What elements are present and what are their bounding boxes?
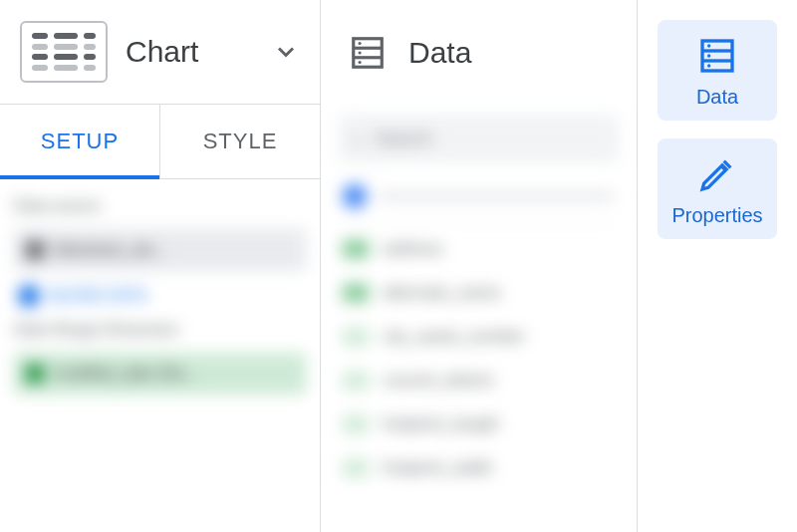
datasource-dot-icon xyxy=(343,184,367,208)
pencil-icon xyxy=(697,154,737,194)
field-name: alternate_name xyxy=(383,283,500,303)
datasource-name: bikeshare_sta... xyxy=(54,241,166,259)
field-name: footprint_width xyxy=(383,458,493,478)
data-fields-panel: Data ⌕ Search address alternate_name cit… xyxy=(321,0,638,532)
chevron-down-icon xyxy=(272,38,300,66)
search-icon: ⌕ xyxy=(353,129,364,149)
field-name: address xyxy=(383,239,442,259)
datasource-chip[interactable]: bikeshare_sta... xyxy=(14,229,306,271)
field-item[interactable]: alternate_name xyxy=(339,275,619,311)
datasource-edit-icon xyxy=(26,241,44,259)
daterange-dimension-chip[interactable]: modified_date (Da... xyxy=(14,353,306,395)
field-item[interactable]: city_asset_number xyxy=(339,319,619,355)
setup-content-blurred: Data source bikeshare_sta... BLEND DATA … xyxy=(0,179,320,412)
table-chart-icon xyxy=(20,21,108,83)
daterange-section-label: Date Range Dimension xyxy=(14,321,306,339)
svg-point-10 xyxy=(707,54,710,57)
field-search-input[interactable]: ⌕ Search xyxy=(339,115,619,162)
search-placeholder: Search xyxy=(376,129,432,149)
field-item[interactable]: council_district xyxy=(339,363,619,399)
dimension-badge-icon xyxy=(343,372,369,390)
blend-plus-icon xyxy=(18,285,40,307)
svg-rect-0 xyxy=(354,38,383,67)
chart-type-selector[interactable]: Chart xyxy=(0,0,320,105)
tab-style-label: STYLE xyxy=(203,129,278,154)
svg-rect-6 xyxy=(702,41,732,71)
side-tab-properties[interactable]: Properties xyxy=(658,138,777,239)
chart-type-label: Chart xyxy=(126,35,254,69)
calendar-icon xyxy=(26,365,44,383)
side-tabs-panel: Data Properties xyxy=(638,0,797,532)
svg-point-5 xyxy=(359,60,362,63)
dimension-badge-icon xyxy=(343,240,369,258)
tab-setup-label: SETUP xyxy=(41,129,119,154)
field-item[interactable]: footprint_length xyxy=(339,406,619,442)
tab-setup[interactable]: SETUP xyxy=(0,105,159,178)
datasource-section-label: Data source xyxy=(14,197,306,215)
svg-point-4 xyxy=(359,51,362,54)
svg-point-9 xyxy=(707,44,710,47)
tab-style[interactable]: STYLE xyxy=(159,105,320,178)
datasource-title-placeholder xyxy=(379,193,615,199)
dimension-badge-icon xyxy=(343,415,369,433)
daterange-field-name: modified_date (Da... xyxy=(54,365,197,383)
field-item[interactable]: address xyxy=(339,231,619,267)
field-item[interactable]: footprint_width xyxy=(339,450,619,486)
data-panel-header: Data xyxy=(321,0,637,105)
side-tab-properties-label: Properties xyxy=(671,204,762,227)
side-tab-data-label: Data xyxy=(696,86,738,109)
dimension-badge-icon xyxy=(343,284,369,302)
field-name: city_asset_number xyxy=(383,327,525,347)
datasource-header-row[interactable] xyxy=(339,170,619,223)
config-tabs: SETUP STYLE xyxy=(0,105,320,179)
dimension-badge-icon xyxy=(343,328,369,346)
data-fields-blurred: ⌕ Search address alternate_name city_ass… xyxy=(321,105,637,496)
blend-data-label: BLEND DATA xyxy=(50,287,147,305)
svg-point-11 xyxy=(707,64,710,67)
data-panel-title: Data xyxy=(408,36,471,70)
dimension-badge-icon xyxy=(343,459,369,477)
side-tab-data[interactable]: Data xyxy=(658,20,777,121)
database-icon xyxy=(697,36,737,76)
field-name: council_district xyxy=(383,371,494,391)
field-name: footprint_length xyxy=(383,414,499,434)
chart-config-panel: Chart SETUP STYLE Data source bikeshare_… xyxy=(0,0,321,532)
database-icon xyxy=(349,34,387,72)
svg-point-3 xyxy=(359,41,362,44)
blend-data-button[interactable]: BLEND DATA xyxy=(14,285,306,307)
